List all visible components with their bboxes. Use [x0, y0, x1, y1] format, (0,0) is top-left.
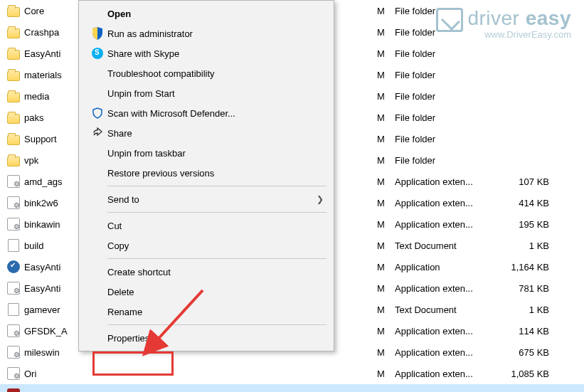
file-date: 9/8/2020 6:13 PM: [270, 390, 395, 393]
menu-unpin-start-label: Unpin from Start: [107, 88, 324, 99]
file-type: File folder: [395, 134, 491, 144]
menu-separator: [107, 212, 326, 213]
menu-separator: [107, 324, 326, 325]
folder-icon: [6, 48, 21, 58]
menu-unpin-start[interactable]: Unpin from Start: [79, 83, 334, 103]
menu-delete-label: Delete: [107, 287, 324, 297]
menu-restore-versions[interactable]: Restore previous versions: [79, 163, 334, 183]
sys-icon: [6, 324, 21, 337]
menu-properties[interactable]: Properties: [79, 328, 334, 348]
file-size: 32,547 KB: [491, 390, 562, 393]
folder-icon: [6, 155, 21, 165]
file-type: Application: [395, 390, 491, 393]
file-size: 1,164 KB: [491, 262, 562, 272]
menu-run-as-administrator[interactable]: Run as administrator: [79, 23, 334, 43]
file-type: Application exten...: [395, 219, 491, 230]
file-size: 114 KB: [491, 326, 562, 337]
menu-troubleshoot[interactable]: Troubleshoot compatibility: [79, 63, 334, 83]
menu-cut-label: Cut: [107, 221, 324, 231]
share-icon: [87, 127, 107, 139]
file-type: File folder: [395, 155, 491, 166]
txt-icon: [6, 303, 21, 316]
file-type: File folder: [395, 6, 491, 16]
sys-icon: [6, 218, 21, 231]
menu-properties-label: Properties: [107, 333, 324, 344]
menu-defender-label: Scan with Microsoft Defender...: [107, 108, 324, 119]
menu-share-skype[interactable]: Share with Skype: [79, 43, 334, 63]
sys-icon: [6, 282, 21, 295]
file-type: File folder: [395, 112, 491, 123]
file-size: 1,085 KB: [491, 369, 562, 379]
menu-separator: [107, 186, 326, 186]
file-name: Ori: [21, 369, 270, 379]
menu-copy-label: Copy: [107, 240, 324, 251]
file-type: Application exten...: [395, 369, 491, 379]
skype-icon: [87, 48, 107, 59]
file-row[interactable]: OriMApplication exten...1,085 KB: [0, 363, 584, 384]
file-size: 414 KB: [491, 198, 562, 208]
menu-share-label: Share: [107, 128, 324, 139]
folder-icon: [6, 134, 21, 144]
file-size: 195 KB: [491, 219, 562, 230]
file-size: 781 KB: [491, 283, 562, 294]
submenu-chevron-icon: ❯: [314, 194, 324, 204]
file-type: File folder: [395, 91, 491, 102]
menu-share[interactable]: Share: [79, 123, 334, 143]
menu-troubleshoot-label: Troubleshoot compatibility: [107, 68, 324, 79]
context-menu: Open Run as administrator Share with Sky…: [78, 0, 334, 351]
menu-unpin-taskbar-label: Unpin from taskbar: [107, 148, 324, 159]
app-icon: [6, 260, 21, 273]
file-size: 107 KB: [491, 176, 562, 187]
file-type: File folder: [395, 27, 491, 38]
folder-icon: [6, 70, 21, 80]
menu-send-to[interactable]: Send to ❯: [79, 189, 334, 209]
file-date: M: [270, 369, 395, 379]
exe-icon: [6, 388, 21, 392]
menu-sendto-label: Send to: [107, 194, 314, 205]
sys-icon: [6, 346, 21, 359]
sys-icon: [6, 367, 21, 380]
menu-cut[interactable]: Cut: [79, 216, 334, 235]
folder-icon: [6, 6, 21, 16]
menu-open[interactable]: Open: [79, 4, 334, 23]
file-type: Application exten...: [395, 283, 491, 294]
file-type: Application exten...: [395, 347, 491, 358]
defender-icon: [87, 107, 107, 119]
menu-delete[interactable]: Delete: [79, 282, 334, 302]
menu-rename-label: Rename: [107, 307, 324, 317]
menu-create-shortcut[interactable]: Create shortcut: [79, 262, 334, 282]
file-type: Application: [395, 262, 491, 272]
file-type: Text Document: [395, 304, 491, 315]
file-size: 1 KB: [491, 304, 562, 315]
menu-separator: [107, 258, 326, 259]
txt-icon: [6, 239, 21, 252]
file-type: Text Document: [395, 240, 491, 251]
file-name: r5a: [21, 390, 270, 393]
menu-shortcut-label: Create shortcut: [107, 267, 324, 277]
file-row[interactable]: r5a9/8/2020 6:13 PMApplication32,547 KB: [0, 384, 584, 392]
shield-icon: [87, 27, 107, 40]
file-type: File folder: [395, 48, 491, 59]
file-size: 1 KB: [491, 240, 562, 251]
menu-open-label: Open: [107, 9, 324, 19]
folder-icon: [6, 27, 21, 37]
sys-icon: [6, 175, 21, 188]
sys-icon: [6, 196, 21, 209]
folder-icon: [6, 112, 21, 122]
menu-restore-label: Restore previous versions: [107, 168, 324, 179]
menu-copy[interactable]: Copy: [79, 235, 334, 255]
menu-run-admin-label: Run as administrator: [107, 28, 324, 39]
file-type: Application exten...: [395, 198, 491, 208]
file-type: Application exten...: [395, 326, 491, 337]
menu-rename[interactable]: Rename: [79, 302, 334, 322]
folder-icon: [6, 91, 21, 101]
file-size: 675 KB: [491, 347, 562, 358]
menu-scan-defender[interactable]: Scan with Microsoft Defender...: [79, 103, 334, 123]
file-type: File folder: [395, 70, 491, 80]
file-type: Application exten...: [395, 176, 491, 187]
menu-skype-label: Share with Skype: [107, 48, 324, 59]
menu-unpin-taskbar[interactable]: Unpin from taskbar: [79, 143, 334, 163]
